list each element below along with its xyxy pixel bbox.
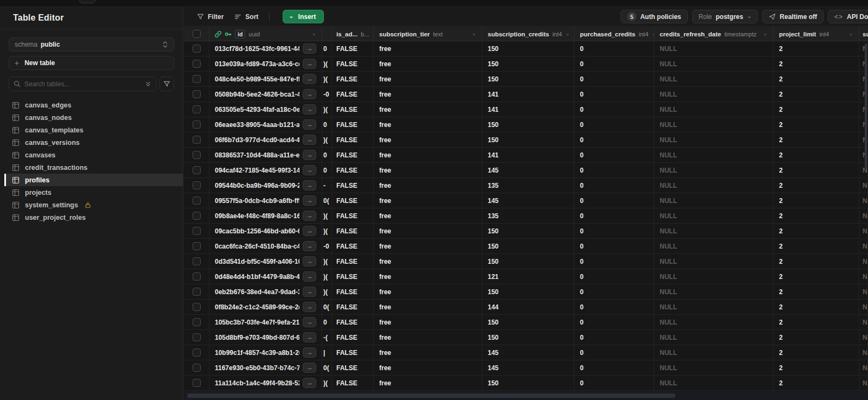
cell-purchased-credits[interactable]: 0 (575, 208, 654, 223)
cell-credits-refresh-date[interactable]: NULL (654, 132, 774, 147)
cell-is-admin[interactable]: FALSE (332, 72, 374, 86)
search-tables-box[interactable] (9, 77, 156, 91)
cell-subscription-tier[interactable]: free (374, 376, 482, 390)
cell-subscription-tier[interactable]: free (374, 56, 482, 71)
expand-row-button[interactable]: → (303, 332, 316, 342)
cell-credits-refresh-date[interactable]: NULL (654, 87, 774, 101)
column-header-is-admin[interactable]: is_ad... b... ⌄ (332, 27, 374, 41)
column-header-clipped[interactable] (322, 27, 332, 41)
cell-project-limit[interactable]: 2 (774, 87, 859, 101)
cell-credits-refresh-date[interactable]: NULL (654, 41, 774, 56)
cell-project-limit[interactable]: 2 (774, 102, 859, 117)
cell-subscription-tier[interactable]: free (374, 163, 482, 177)
cell-clipped-su[interactable]: NULL (859, 208, 868, 223)
cell-subscription-credits[interactable]: 141 (482, 87, 575, 101)
auth-policies-button[interactable]: 5 Auth policies (621, 10, 687, 23)
cell-is-admin[interactable]: FALSE (332, 284, 374, 299)
sidebar-table-user_project_roles[interactable]: user_project_roles (4, 211, 183, 224)
expand-row-button[interactable]: → (303, 287, 316, 297)
cell-subscription-credits[interactable]: 145 (482, 345, 575, 360)
cell-subscription-tier[interactable]: free (374, 300, 482, 314)
cell-subscription-credits[interactable]: 150 (482, 132, 575, 147)
cell-subscription-credits[interactable]: 150 (482, 72, 575, 86)
cell-is-admin[interactable]: FALSE (332, 360, 374, 375)
cell-subscription-tier[interactable]: free (374, 224, 482, 238)
schema-select[interactable]: schema public (9, 37, 174, 52)
cell-subscription-tier[interactable]: free (374, 254, 482, 269)
row-checkbox[interactable] (193, 242, 201, 250)
cell-is-admin[interactable]: FALSE (332, 330, 374, 345)
expand-row-button[interactable]: → (303, 43, 316, 54)
cell-clipped-su[interactable]: NULL (859, 376, 868, 390)
cell-clipped-su[interactable]: NULL (859, 315, 868, 329)
cell-project-limit[interactable]: 2 (774, 208, 859, 223)
new-table-button[interactable]: + New table (9, 56, 174, 70)
chevron-down-icon[interactable]: ⌄ (849, 30, 853, 36)
chevron-down-icon[interactable]: ⌄ (565, 30, 570, 36)
expand-row-button[interactable]: → (303, 195, 316, 206)
cell-id[interactable]: 048c4e50-b989-455e-847e-fb2f...→ (209, 72, 322, 86)
cell-project-limit[interactable]: 2 (774, 345, 859, 360)
expand-row-button[interactable]: → (303, 104, 316, 115)
cell-subscription-credits[interactable]: 150 (482, 376, 575, 390)
cell-purchased-credits[interactable]: 0 (575, 132, 654, 147)
row-checkbox[interactable] (193, 75, 201, 83)
row-checkbox[interactable] (193, 288, 201, 296)
cell-purchased-credits[interactable]: 0 (575, 300, 654, 314)
cell-is-admin[interactable]: FALSE (332, 193, 374, 208)
cell-is-admin[interactable]: FALSE (332, 41, 374, 56)
cell-clipped-su[interactable]: NULL (859, 178, 868, 193)
cell-project-limit[interactable]: 2 (774, 117, 859, 132)
filter-button[interactable]: Filter (192, 10, 229, 23)
cell-project-limit[interactable]: 2 (774, 163, 859, 177)
cell-is-admin[interactable]: FALSE (332, 315, 374, 329)
expand-row-button[interactable]: → (303, 150, 316, 160)
cell-purchased-credits[interactable]: 0 (575, 315, 654, 329)
cell-clipped-su[interactable]: NULL (859, 224, 868, 238)
cell-clipped[interactable]: 0( (322, 360, 332, 375)
expand-row-button[interactable]: → (303, 347, 316, 358)
cell-credits-refresh-date[interactable]: NULL (654, 360, 774, 375)
cell-subscription-credits[interactable]: 135 (482, 178, 575, 193)
horizontal-scrollbar-thumb[interactable] (187, 393, 675, 398)
cell-id[interactable]: 0f8b24e2-c1c2-4589-99ce-2c52d...→ (209, 300, 322, 314)
cell-credits-refresh-date[interactable]: NULL (654, 284, 774, 299)
cell-id[interactable]: 0508b94b-5ee2-4626-bca1-4bca...→ (209, 87, 322, 101)
cell-clipped[interactable]: )( (322, 132, 332, 147)
cell-id[interactable]: 0d48e4d4-b1bf-4479-9a8b-4a4b...→ (209, 269, 322, 284)
double-chevron-icon[interactable] (145, 80, 151, 87)
cell-id[interactable]: 08386537-10d4-488a-a11e-eb5a6...→ (209, 148, 322, 162)
cell-purchased-credits[interactable]: 0 (575, 224, 654, 238)
cell-subscription-credits[interactable]: 150 (482, 41, 575, 56)
cell-clipped-su[interactable]: NULL (859, 254, 868, 269)
cell-id[interactable]: 105bc3b7-03fe-4e7f-9efa-21bb40...→ (209, 315, 322, 329)
cell-subscription-credits[interactable]: 150 (482, 239, 575, 253)
expand-row-button[interactable]: → (303, 89, 316, 99)
cell-subscription-tier[interactable]: free (374, 330, 482, 345)
role-select-button[interactable]: Role postgres ⌄ (692, 10, 758, 23)
cell-subscription-credits[interactable]: 144 (482, 300, 575, 314)
cell-purchased-credits[interactable]: 0 (575, 72, 654, 86)
column-header-clipped-su[interactable]: su (859, 27, 868, 41)
row-checkbox[interactable] (193, 303, 201, 311)
cell-clipped[interactable]: -( (322, 330, 332, 345)
cell-purchased-credits[interactable]: 0 (575, 102, 654, 117)
cell-id[interactable]: 1167e930-e5b0-43b7-b74c-788c9...→ (209, 360, 322, 375)
cell-purchased-credits[interactable]: 0 (575, 117, 654, 132)
cell-subscription-credits[interactable]: 145 (482, 193, 575, 208)
cell-subscription-tier[interactable]: free (374, 148, 482, 162)
sidebar-table-system_settings[interactable]: system_settings (4, 199, 183, 211)
cell-purchased-credits[interactable]: 0 (575, 178, 654, 193)
cell-credits-refresh-date[interactable]: NULL (654, 330, 774, 345)
cell-clipped[interactable]: - (322, 178, 332, 193)
row-checkbox[interactable] (193, 196, 201, 205)
row-checkbox[interactable] (193, 105, 201, 113)
cell-subscription-credits[interactable]: 150 (482, 315, 575, 329)
cell-subscription-tier[interactable]: free (374, 178, 482, 193)
cell-id[interactable]: 013cf78d-1625-43fc-9961-442189...→ (209, 41, 322, 56)
cell-purchased-credits[interactable]: 0 (575, 345, 654, 360)
cell-id[interactable]: 09cac5bb-1256-46bd-ab60-64ed...→ (209, 224, 322, 238)
cell-clipped[interactable]: )( (322, 102, 332, 117)
cell-project-limit[interactable]: 2 (774, 360, 859, 375)
cell-credits-refresh-date[interactable]: NULL (654, 208, 774, 223)
